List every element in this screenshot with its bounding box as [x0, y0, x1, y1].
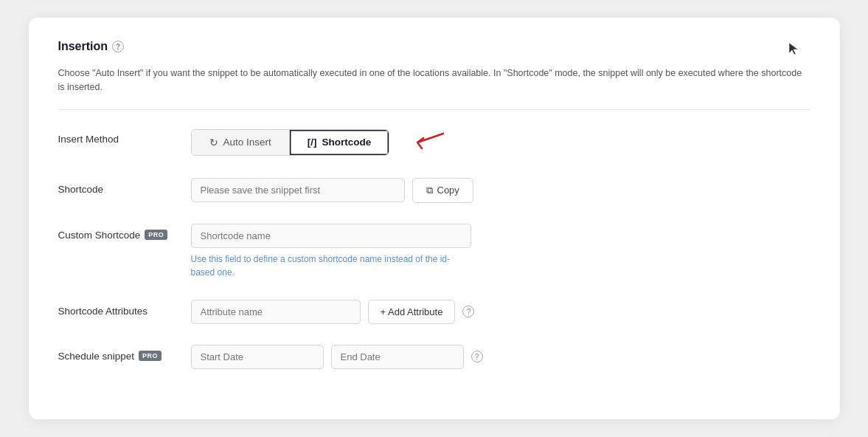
arrow-container [403, 128, 447, 157]
shortcode-attributes-content: + Add Attribute ? [191, 300, 810, 324]
attribute-name-input[interactable] [191, 300, 361, 324]
add-attribute-label: + Add Attribute [381, 306, 443, 317]
shortcode-content: ⧉ Copy [191, 178, 810, 203]
schedule-snippet-row: Schedule snippet PRO ? [58, 345, 810, 369]
insertion-help-icon[interactable]: ? [112, 41, 124, 52]
section-title: Insertion ? [58, 40, 810, 53]
custom-shortcode-label: Custom Shortcode PRO [58, 224, 176, 241]
insertion-card: Insertion ? Choose "Auto Insert" if you … [29, 18, 840, 419]
start-date-input[interactable] [191, 345, 324, 369]
description-text: Choose "Auto Insert" if you want the sni… [58, 66, 810, 110]
custom-shortcode-pro-badge: PRO [145, 230, 167, 240]
shortcode-attributes-help-icon[interactable]: ? [462, 306, 474, 317]
add-attribute-button[interactable]: + Add Attribute [368, 300, 456, 324]
schedule-snippet-help-icon[interactable]: ? [471, 351, 483, 362]
custom-shortcode-hint: Use this field to define a custom shortc… [191, 252, 471, 279]
copy-button[interactable]: ⧉ Copy [412, 178, 473, 203]
custom-shortcode-content: Use this field to define a custom shortc… [191, 224, 471, 279]
shortcode-icon: [/] [308, 137, 317, 148]
shortcode-attributes-label: Shortcode Attributes [58, 300, 176, 317]
custom-shortcode-row: Custom Shortcode PRO Use this field to d… [58, 224, 810, 279]
insert-method-toggle-group: ↻ Auto Insert [/] Shortcode [191, 129, 390, 156]
cursor-indicator [788, 41, 799, 59]
shortcode-row: Shortcode ⧉ Copy [58, 178, 810, 203]
end-date-input[interactable] [331, 345, 464, 369]
shortcode-label: Shortcode [322, 137, 372, 148]
copy-label: Copy [437, 185, 459, 196]
shortcode-button[interactable]: [/] Shortcode [290, 130, 389, 155]
shortcode-label-text: Shortcode [58, 178, 176, 195]
auto-insert-label: Auto Insert [223, 137, 271, 148]
shortcode-input[interactable] [191, 178, 405, 202]
insert-method-row: Insert Method ↻ Auto Insert [/] Shortcod… [58, 128, 810, 157]
auto-insert-button[interactable]: ↻ Auto Insert [192, 130, 290, 155]
copy-icon: ⧉ [426, 185, 433, 196]
auto-insert-icon: ↻ [209, 137, 218, 148]
schedule-snippet-label: Schedule snippet PRO [58, 345, 176, 362]
section-title-text: Insertion [58, 40, 108, 53]
shortcode-name-input[interactable] [191, 224, 471, 248]
insert-method-label: Insert Method [58, 128, 176, 145]
schedule-snippet-pro-badge: PRO [139, 351, 162, 361]
insert-method-content: ↻ Auto Insert [/] Shortcode [191, 128, 810, 157]
red-arrow-icon [403, 128, 447, 154]
schedule-snippet-content: ? [191, 345, 810, 369]
shortcode-attributes-row: Shortcode Attributes + Add Attribute ? [58, 300, 810, 324]
